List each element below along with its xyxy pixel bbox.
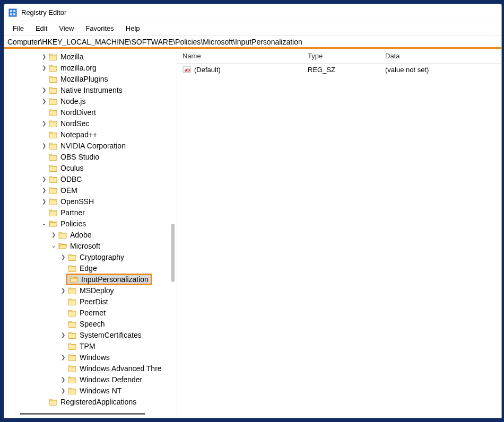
tree-item-windows-nt[interactable]: ❯Windows NT bbox=[4, 385, 177, 396]
expand-icon[interactable]: ❯ bbox=[40, 120, 48, 127]
tree-item-msdeploy[interactable]: ❯MSDeploy bbox=[4, 285, 177, 296]
tree-item-peerdist[interactable]: PeerDist bbox=[4, 296, 177, 307]
tree-item-windows-adv[interactable]: Windows Advanced Thre bbox=[4, 363, 177, 374]
tree-label: Microsoft bbox=[70, 242, 100, 250]
tree-item-nordsec[interactable]: ❯NordSec bbox=[4, 118, 177, 129]
tree-label: Oculus bbox=[60, 164, 84, 172]
address-bar-container bbox=[4, 36, 501, 49]
tree-label: mozilla.org bbox=[60, 64, 97, 72]
expand-icon[interactable]: ❯ bbox=[59, 354, 67, 361]
values-header: Name Type Data bbox=[177, 49, 501, 64]
folder-icon bbox=[68, 331, 76, 339]
tree-item-nvidia[interactable]: ❯NVIDIA Corporation bbox=[4, 140, 177, 151]
regedit-icon bbox=[8, 8, 17, 17]
tree-label: Cryptography bbox=[80, 253, 124, 261]
tree-item-mozilla-plugins[interactable]: MozillaPlugins bbox=[4, 73, 177, 84]
tree-item-speech[interactable]: Speech bbox=[4, 318, 177, 329]
titlebar: Registry Editor bbox=[4, 4, 501, 21]
expand-icon[interactable]: ❯ bbox=[59, 287, 67, 294]
tree-label: MSDeploy bbox=[80, 286, 114, 295]
folder-icon bbox=[68, 287, 76, 294]
tree-item-windows[interactable]: ❯Windows bbox=[4, 351, 177, 363]
tree-label: NordSec bbox=[60, 119, 89, 128]
tree-item-obs[interactable]: OBS Studio bbox=[4, 151, 177, 162]
expand-icon[interactable]: ❯ bbox=[40, 187, 48, 194]
column-header-data[interactable]: Data bbox=[380, 52, 501, 60]
tree-connector bbox=[40, 109, 48, 116]
tree-connector bbox=[40, 398, 48, 406]
expand-icon[interactable]: ❯ bbox=[59, 331, 67, 339]
tree-horizontal-scrollbar[interactable] bbox=[20, 413, 145, 415]
expand-icon[interactable]: ❯ bbox=[50, 231, 57, 239]
folder-icon bbox=[49, 120, 57, 127]
menu-help[interactable]: Help bbox=[120, 23, 145, 34]
tree-label: Mozilla bbox=[60, 52, 84, 61]
tree-item-native-instruments[interactable]: ❯Native Instruments bbox=[4, 84, 177, 95]
folder-icon bbox=[68, 387, 76, 394]
tree-item-peernet[interactable]: Peernet bbox=[4, 307, 177, 318]
tree-label: PeerDist bbox=[80, 297, 108, 306]
tree-item-cryptography[interactable]: ❯Cryptography bbox=[4, 251, 177, 262]
folder-icon bbox=[49, 187, 57, 194]
tree-item-microsoft[interactable]: ⌄Microsoft bbox=[4, 240, 177, 251]
tree-item-registered-apps[interactable]: RegisteredApplications bbox=[4, 396, 177, 407]
tree-item-openssh[interactable]: ❯OpenSSH bbox=[4, 196, 177, 207]
folder-icon bbox=[69, 276, 78, 283]
column-header-name[interactable]: Name bbox=[177, 52, 302, 60]
tree-connector bbox=[59, 298, 67, 305]
string-value-icon: ab bbox=[183, 65, 191, 74]
expand-icon[interactable]: ❯ bbox=[40, 142, 48, 150]
menu-edit[interactable]: Edit bbox=[30, 23, 53, 34]
folder-icon bbox=[68, 342, 76, 350]
value-type: REG_SZ bbox=[302, 66, 380, 74]
tree-connector bbox=[40, 209, 48, 216]
tree-label: Windows Defender bbox=[80, 375, 142, 384]
tree-label: TPM bbox=[80, 342, 95, 350]
tree-vertical-scrollbar[interactable] bbox=[171, 224, 175, 282]
tree-label: NordDivert bbox=[60, 108, 96, 117]
tree-item-tpm[interactable]: TPM bbox=[4, 340, 177, 351]
tree-pane[interactable]: ❯Mozilla❯mozilla.orgMozillaPlugins❯Nativ… bbox=[4, 49, 177, 418]
tree-item-odbc[interactable]: ❯ODBC bbox=[4, 173, 177, 184]
folder-icon bbox=[68, 253, 76, 261]
tree-item-system-certs[interactable]: ❯SystemCertificates bbox=[4, 329, 177, 340]
tree-item-policies[interactable]: ⌄Policies bbox=[4, 218, 177, 229]
tree-item-oem[interactable]: ❯OEM bbox=[4, 184, 177, 196]
tree-item-inputpersonalization[interactable]: InputPersonalization bbox=[4, 274, 177, 285]
folder-icon bbox=[68, 265, 76, 272]
tree-item-mozilla-org[interactable]: ❯mozilla.org bbox=[4, 62, 177, 73]
svg-rect-1 bbox=[10, 10, 12, 12]
tree-item-mozilla[interactable]: ❯Mozilla bbox=[4, 51, 177, 62]
expand-icon[interactable]: ❯ bbox=[40, 53, 48, 60]
expand-icon[interactable]: ❯ bbox=[59, 376, 67, 383]
expand-icon[interactable]: ❯ bbox=[40, 64, 48, 72]
tree-item-oculus[interactable]: Oculus bbox=[4, 162, 177, 173]
tree-label: Native Instruments bbox=[60, 86, 123, 94]
tree-item-notepadpp[interactable]: Notepad++ bbox=[4, 129, 177, 140]
menu-file[interactable]: File bbox=[7, 23, 29, 34]
value-row[interactable]: ab (Default) REG_SZ (value not set) bbox=[177, 64, 501, 75]
address-bar[interactable] bbox=[4, 36, 501, 47]
expand-icon[interactable]: ❯ bbox=[59, 387, 67, 394]
tree-item-adobe[interactable]: ❯Adobe bbox=[4, 229, 177, 240]
expand-icon[interactable]: ❯ bbox=[59, 253, 67, 261]
content-area: ❯Mozilla❯mozilla.orgMozillaPlugins❯Nativ… bbox=[4, 49, 501, 418]
column-header-type[interactable]: Type bbox=[302, 52, 380, 60]
svg-rect-2 bbox=[13, 10, 15, 12]
tree-item-norddivert[interactable]: NordDivert bbox=[4, 107, 177, 118]
menu-view[interactable]: View bbox=[54, 23, 79, 34]
folder-icon bbox=[49, 398, 57, 406]
tree-item-windows-defender[interactable]: ❯Windows Defender bbox=[4, 374, 177, 385]
tree-item-nodejs[interactable]: ❯Node.js bbox=[4, 95, 177, 107]
collapse-icon[interactable]: ⌄ bbox=[40, 220, 48, 227]
folder-icon bbox=[49, 198, 57, 205]
expand-icon[interactable]: ❯ bbox=[40, 86, 48, 94]
expand-icon[interactable]: ❯ bbox=[40, 175, 48, 183]
menu-favorites[interactable]: Favorites bbox=[80, 23, 119, 34]
tree-item-partner[interactable]: Partner bbox=[4, 207, 177, 218]
expand-icon[interactable]: ❯ bbox=[40, 98, 48, 105]
collapse-icon[interactable]: ⌄ bbox=[50, 242, 57, 250]
folder-icon bbox=[68, 354, 76, 361]
tree-item-edge[interactable]: Edge bbox=[4, 262, 177, 274]
expand-icon[interactable]: ❯ bbox=[40, 198, 48, 205]
